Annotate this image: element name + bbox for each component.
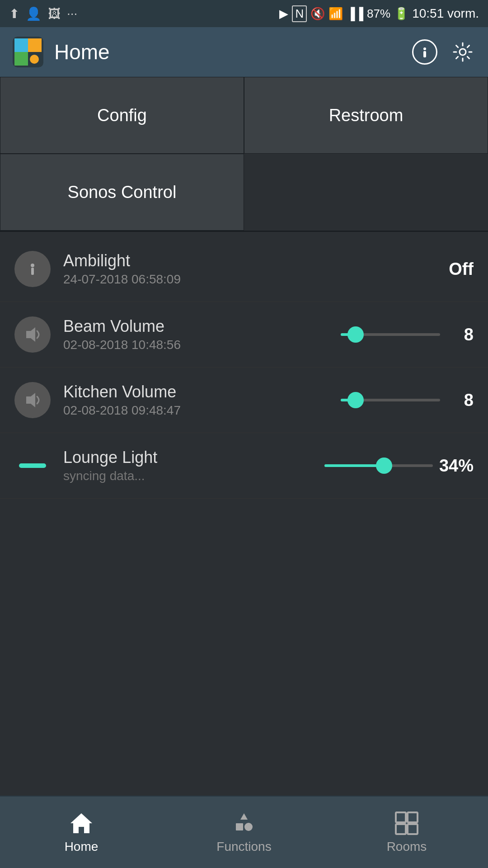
ambilight-info: Ambilight 24-07-2018 06:58:09 — [63, 251, 356, 287]
lounge-light-name: Lounge Light — [63, 448, 324, 467]
app-bar: Home — [0, 27, 488, 77]
kitchen-volume-info: Kitchen Volume 02-08-2018 09:48:47 — [63, 382, 341, 418]
svg-marker-19 — [26, 327, 35, 342]
svg-marker-2 — [28, 38, 42, 52]
svg-line-15 — [467, 46, 469, 47]
ambilight-name: Ambilight — [63, 251, 356, 270]
kitchen-volume-icon-wrap — [14, 382, 51, 418]
nav-home-label: Home — [65, 840, 99, 854]
svg-line-16 — [456, 57, 458, 58]
nav-functions[interactable]: Functions — [163, 811, 325, 854]
settings-button[interactable] — [450, 39, 475, 65]
lounge-light-syncing: syncing data... — [63, 469, 324, 483]
lounge-light-fill — [324, 464, 384, 467]
svg-line-14 — [467, 57, 469, 58]
functions-icon — [231, 811, 257, 836]
wifi-icon: 📶 — [328, 7, 343, 21]
beam-volume-info: Beam Volume 02-08-2018 10:48:56 — [63, 317, 341, 352]
app-logo — [13, 37, 43, 67]
ambilight-control: Off — [356, 259, 474, 279]
bottom-nav: Home Functions Rooms — [0, 796, 488, 868]
status-bar-left: ⬆ 👤 🖼 ··· — [9, 6, 77, 21]
image-icon: 🖼 — [48, 6, 61, 21]
kitchen-volume-time: 02-08-2018 09:48:47 — [63, 403, 341, 418]
beam-volume-track[interactable] — [341, 333, 440, 336]
devices-list: Ambilight 24-07-2018 06:58:09 Off Beam V… — [0, 232, 488, 503]
battery-percent: 87% — [367, 7, 390, 21]
svg-marker-21 — [70, 813, 92, 833]
beam-volume-slider[interactable] — [341, 333, 440, 336]
svg-marker-22 — [240, 813, 248, 820]
beam-volume-time: 02-08-2018 10:48:56 — [63, 338, 341, 352]
svg-rect-18 — [31, 268, 34, 275]
light-dash-icon — [19, 463, 46, 468]
bluetooth-icon: ▶ — [279, 7, 288, 21]
app-title: Home — [54, 40, 401, 64]
nfc-icon: N — [292, 5, 307, 22]
status-bar-right: ▶ N 🔇 📶 ▐▐ 87% 🔋 10:51 vorm. — [279, 5, 479, 22]
time: 10:51 vorm. — [412, 6, 479, 21]
beam-volume-name: Beam Volume — [63, 317, 341, 336]
beam-volume-icon-wrap — [14, 316, 51, 353]
nav-rooms[interactable]: Rooms — [325, 811, 488, 854]
svg-point-8 — [460, 49, 466, 55]
lounge-light-control[interactable]: 34% — [324, 456, 474, 476]
svg-marker-1 — [14, 38, 28, 52]
tile-restroom[interactable]: Restroom — [244, 77, 488, 154]
lounge-light-slider[interactable] — [324, 464, 433, 467]
beam-volume-thumb[interactable] — [347, 326, 364, 343]
device-ambilight: Ambilight 24-07-2018 06:58:09 Off — [0, 236, 488, 302]
tile-config[interactable]: Config — [0, 77, 244, 154]
svg-rect-26 — [408, 812, 418, 822]
home-icon — [69, 811, 94, 836]
svg-point-17 — [31, 264, 34, 267]
kitchen-volume-track[interactable] — [341, 399, 440, 401]
kitchen-volume-control[interactable]: 8 — [341, 391, 474, 410]
app-bar-actions — [412, 39, 475, 65]
more-icon: ··· — [67, 6, 77, 21]
nav-rooms-label: Rooms — [387, 840, 427, 854]
battery-icon: 🔋 — [394, 7, 408, 21]
device-beam-volume: Beam Volume 02-08-2018 10:48:56 8 — [0, 302, 488, 368]
beam-volume-value: 8 — [446, 325, 474, 344]
kitchen-volume-slider[interactable] — [341, 399, 440, 401]
signal-icon: ▐▐ — [347, 7, 363, 21]
kitchen-volume-thumb[interactable] — [347, 392, 364, 408]
svg-rect-25 — [396, 812, 406, 822]
svg-point-24 — [244, 823, 253, 831]
svg-rect-23 — [236, 823, 243, 830]
device-lounge-light: Lounge Light syncing data... 34% — [0, 433, 488, 499]
svg-rect-28 — [408, 824, 418, 834]
svg-line-13 — [456, 46, 458, 47]
lounge-light-thumb[interactable] — [376, 458, 392, 474]
tile-sonos[interactable]: Sonos Control — [0, 154, 244, 231]
ambilight-time: 24-07-2018 06:58:09 — [63, 272, 356, 287]
rooms-icon — [394, 811, 419, 836]
svg-marker-3 — [14, 52, 28, 66]
svg-marker-20 — [26, 393, 35, 407]
tiles-grid: Config Restroom Sonos Control — [0, 77, 488, 232]
ambilight-icon-wrap — [14, 251, 51, 287]
nav-home[interactable]: Home — [0, 811, 163, 854]
info-button[interactable] — [412, 39, 437, 65]
svg-rect-27 — [396, 824, 406, 834]
kitchen-volume-value: 8 — [446, 391, 474, 410]
account-icon: 👤 — [26, 6, 42, 21]
lounge-light-track[interactable] — [324, 464, 433, 467]
mute-icon: 🔇 — [310, 7, 325, 21]
lounge-light-icon-wrap — [14, 448, 51, 484]
beam-volume-control[interactable]: 8 — [341, 325, 474, 344]
status-bar: ⬆ 👤 🖼 ··· ▶ N 🔇 📶 ▐▐ 87% 🔋 10:51 vorm. — [0, 0, 488, 27]
svg-point-6 — [423, 47, 426, 50]
lounge-light-info: Lounge Light syncing data... — [63, 448, 324, 483]
lounge-light-value: 34% — [439, 456, 474, 476]
nav-functions-label: Functions — [216, 840, 271, 854]
ambilight-value: Off — [449, 259, 474, 279]
device-kitchen-volume: Kitchen Volume 02-08-2018 09:48:47 8 — [0, 368, 488, 433]
svg-point-5 — [30, 55, 39, 64]
svg-rect-7 — [423, 51, 426, 57]
upload-icon: ⬆ — [9, 6, 19, 21]
kitchen-volume-name: Kitchen Volume — [63, 382, 341, 401]
